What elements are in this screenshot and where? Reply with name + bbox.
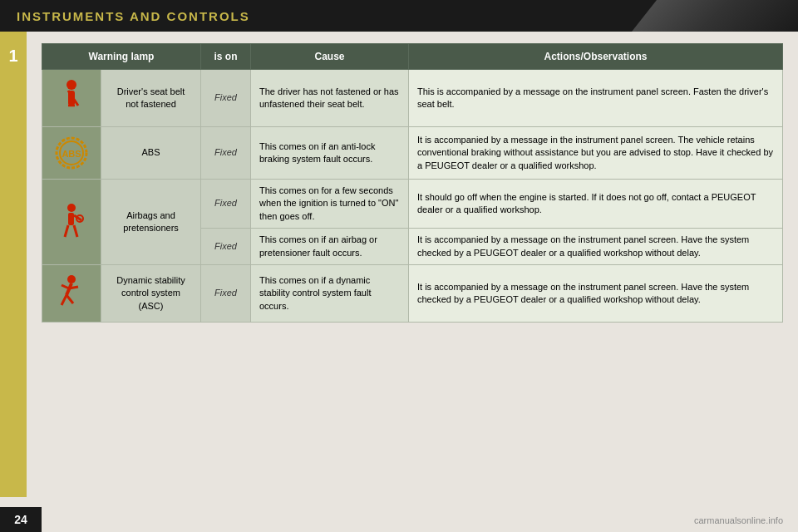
seatbelt-svg	[57, 78, 86, 118]
header-decoration	[632, 0, 798, 32]
seatbelt-warning-icon	[51, 75, 92, 121]
airbag-svg	[57, 202, 86, 242]
table-row-airbag1: Airbags and pretensioners Fixed This com…	[42, 180, 783, 229]
airbag-icon-cell	[42, 180, 101, 265]
main-content: Warning lamp is on Cause Actions/Observa…	[27, 32, 798, 532]
abs-icon-cell: ABS	[42, 127, 101, 180]
svg-point-13	[67, 275, 76, 283]
abs-svg: ABS	[54, 135, 89, 170]
abs-is-on: Fixed	[201, 127, 251, 180]
svg-line-10	[74, 225, 77, 237]
table-header-row: Warning lamp is on Cause Actions/Observa…	[42, 44, 783, 70]
warning-table: Warning lamp is on Cause Actions/Observa…	[42, 43, 783, 323]
seatbelt-cause: The driver has not fastened or has unfas…	[251, 70, 409, 127]
asc-icon-cell	[42, 264, 101, 322]
airbag1-actions: It should go off when the engine is star…	[409, 180, 783, 229]
asc-actions: It is accompanied by a message on the in…	[409, 264, 783, 322]
watermark: carmanualsonline.info	[694, 515, 783, 525]
table-row-asc: Dynamic stability control system (ASC) F…	[42, 264, 783, 322]
table-row-abs: ABS ABS Fixed This comes on if an anti-l…	[42, 127, 783, 180]
airbag2-cause: This comes on if an airbag or pretension…	[251, 229, 409, 265]
abs-cause: This comes on if an anti-lock braking sy…	[251, 127, 409, 180]
airbag-warning-icon	[51, 199, 92, 245]
svg-line-9	[65, 225, 68, 237]
chapter-number: 1	[8, 47, 17, 66]
abs-lamp-name: ABS	[101, 127, 201, 180]
seatbelt-icon-cell	[42, 70, 101, 127]
asc-svg	[57, 273, 86, 313]
svg-line-17	[62, 295, 66, 305]
col-header-is-on: is on	[201, 44, 251, 70]
asc-cause: This comes on if a dynamic stability con…	[251, 264, 409, 322]
svg-line-18	[66, 295, 73, 303]
seatbelt-lamp-name: Driver's seat belt not fastened	[101, 70, 201, 127]
col-header-cause: Cause	[251, 44, 409, 70]
svg-point-0	[66, 80, 76, 90]
airbag2-is-on: Fixed	[201, 229, 251, 265]
page-header: INSTRUMENTS and CONTROLS	[0, 0, 798, 32]
page-number: 24	[0, 507, 42, 532]
airbag1-cause: This comes on for a few seconds when the…	[251, 180, 409, 229]
abs-actions: It is accompanied by a message in the in…	[409, 127, 783, 180]
airbag2-actions: It is accompanied by a message on the in…	[409, 229, 783, 265]
svg-line-15	[62, 285, 69, 288]
asc-warning-icon	[51, 270, 92, 317]
svg-rect-8	[68, 213, 74, 225]
asc-lamp-name: Dynamic stability control system (ASC)	[101, 264, 201, 322]
col-header-warning-lamp: Warning lamp	[42, 44, 201, 70]
airbag-lamp-name: Airbags and pretensioners	[101, 180, 201, 265]
table-row-seatbelt: Driver's seat belt not fastened Fixed Th…	[42, 70, 783, 127]
seatbelt-is-on: Fixed	[201, 70, 251, 127]
col-header-actions: Actions/Observations	[409, 44, 783, 70]
svg-line-16	[69, 287, 78, 288]
chapter-tab: 1	[0, 32, 27, 497]
svg-point-7	[67, 204, 76, 212]
airbag1-is-on: Fixed	[201, 180, 251, 229]
asc-is-on: Fixed	[201, 264, 251, 322]
page-title: INSTRUMENTS and CONTROLS	[17, 9, 250, 23]
page-footer: 24 carmanualsonline.info	[0, 507, 798, 532]
svg-text:ABS: ABS	[62, 149, 81, 159]
abs-warning-icon: ABS	[51, 132, 92, 174]
seatbelt-actions: This is accompanied by a message on the …	[409, 70, 783, 127]
